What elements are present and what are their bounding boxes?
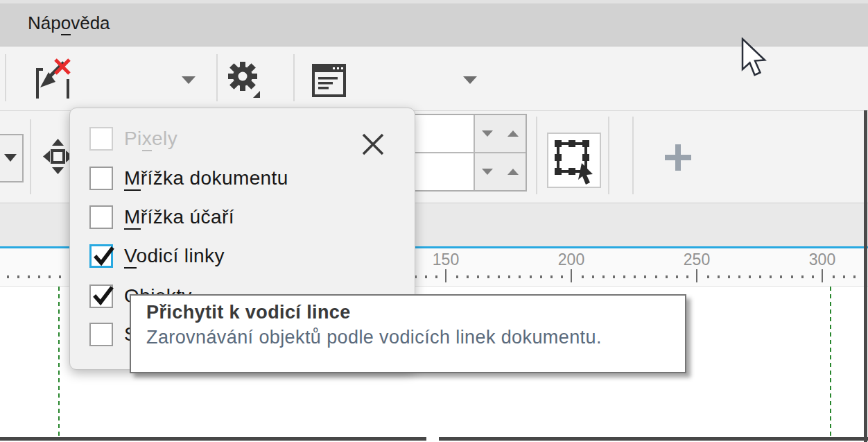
ruler-minor-tick bbox=[17, 275, 19, 278]
window-right-edge bbox=[864, 110, 867, 442]
ruler-minor-tick bbox=[28, 275, 30, 278]
ruler-major-tick bbox=[571, 269, 572, 282]
ruler-minor-tick bbox=[791, 275, 793, 278]
ruler-minor-tick bbox=[425, 275, 427, 278]
ruler-minor-tick bbox=[759, 275, 761, 278]
checkbox-unchecked[interactable] bbox=[89, 323, 113, 346]
checkmark-icon bbox=[90, 243, 118, 271]
snap-menu-item-label: Mřížka dokumentu bbox=[124, 167, 288, 192]
checkbox-checked[interactable] bbox=[89, 244, 113, 268]
ruler-minor-tick bbox=[676, 275, 678, 278]
combo-dropdown-button[interactable] bbox=[0, 134, 24, 182]
guideline-vertical[interactable] bbox=[830, 287, 831, 438]
ruler-minor-tick bbox=[843, 275, 845, 278]
ruler-minor-tick bbox=[728, 275, 730, 278]
ruler-minor-tick bbox=[613, 275, 615, 278]
menu-napoveda[interactable]: Nápověda bbox=[28, 0, 110, 46]
ruler-minor-tick bbox=[780, 275, 782, 278]
chevron-down-icon bbox=[4, 154, 17, 162]
app-window: Nápověda Přichytit bbox=[0, 0, 868, 442]
ruler-minor-tick bbox=[519, 275, 521, 278]
separator bbox=[293, 54, 295, 101]
separator bbox=[30, 119, 31, 194]
page-edge-line bbox=[0, 437, 426, 441]
ruler-label: 300 bbox=[809, 250, 835, 269]
ruler-minor-tick bbox=[634, 275, 636, 278]
snap-off-icon bbox=[33, 56, 73, 99]
mouse-cursor bbox=[740, 37, 772, 82]
tooltip: Přichytit k vodicí lince Zarovnávání obj… bbox=[130, 294, 686, 373]
separator bbox=[608, 117, 609, 194]
guideline-vertical[interactable] bbox=[58, 287, 60, 438]
ruler-minor-tick bbox=[707, 275, 709, 278]
plus-icon bbox=[660, 139, 696, 176]
separator bbox=[5, 54, 6, 101]
ruler-minor-tick bbox=[770, 275, 772, 278]
ruler-minor-tick bbox=[582, 275, 584, 278]
ruler-minor-tick bbox=[550, 275, 553, 278]
ruler-minor-tick bbox=[592, 275, 594, 278]
ruler-minor-tick bbox=[59, 275, 61, 278]
ruler-major-tick bbox=[696, 269, 697, 282]
close-button[interactable] bbox=[358, 129, 388, 160]
spinner-row bbox=[415, 153, 526, 190]
ruler-label: 250 bbox=[684, 250, 710, 269]
toolbar: Přichytit bbox=[0, 46, 868, 110]
decrement-icon[interactable] bbox=[482, 130, 493, 137]
run-dialog-button[interactable] bbox=[312, 63, 347, 98]
disable-snapping-button[interactable] bbox=[33, 56, 73, 99]
ruler-minor-tick bbox=[49, 275, 51, 278]
ruler-minor-tick bbox=[435, 275, 437, 278]
snap-options-button[interactable] bbox=[227, 59, 261, 99]
page-edge-line bbox=[439, 437, 868, 441]
ruler-minor-tick bbox=[540, 275, 542, 278]
pick-selection-icon bbox=[553, 138, 601, 188]
checkbox-unchecked[interactable] bbox=[89, 167, 113, 190]
window-icon bbox=[312, 63, 347, 98]
ruler-minor-tick bbox=[456, 275, 458, 278]
tooltip-title: Přichytit k vodicí lince bbox=[146, 302, 351, 323]
separator bbox=[216, 54, 218, 101]
separator bbox=[632, 117, 634, 194]
decrement-icon[interactable] bbox=[482, 169, 493, 175]
snap-menu-item-label: Mřížka účaří bbox=[124, 205, 234, 230]
chevron-down-icon[interactable] bbox=[463, 76, 477, 84]
ruler-minor-tick bbox=[467, 275, 469, 278]
ruler-minor-tick bbox=[718, 275, 720, 278]
ruler-label: 150 bbox=[433, 250, 459, 269]
ruler-minor-tick bbox=[508, 275, 510, 278]
checkbox-unchecked[interactable] bbox=[89, 205, 113, 229]
offset-spinners bbox=[414, 114, 527, 192]
ruler-minor-tick bbox=[666, 275, 668, 278]
ruler-minor-tick bbox=[477, 275, 479, 278]
pick-tool-toggle-button[interactable] bbox=[547, 133, 601, 188]
checkbox-checked[interactable] bbox=[89, 284, 113, 308]
ruler-minor-tick bbox=[623, 275, 625, 278]
ruler-minor-tick bbox=[686, 275, 688, 278]
ruler-minor-tick bbox=[655, 275, 657, 278]
snap-menu-item-label: Pixely bbox=[124, 127, 177, 152]
separator bbox=[536, 117, 537, 194]
ruler-minor-tick bbox=[853, 275, 856, 278]
gear-icon bbox=[227, 59, 261, 99]
value-field[interactable] bbox=[415, 115, 475, 152]
ruler-minor-tick bbox=[561, 275, 563, 278]
ruler-minor-tick bbox=[498, 275, 500, 278]
tooltip-description: Zarovnávání objektů podle vodicích linek… bbox=[146, 327, 602, 348]
increment-icon[interactable] bbox=[507, 169, 519, 175]
ruler-minor-tick bbox=[7, 275, 9, 278]
ruler-label: 200 bbox=[558, 250, 584, 269]
ruler-minor-tick bbox=[749, 275, 751, 278]
ruler-major-tick bbox=[445, 269, 446, 282]
increment-icon[interactable] bbox=[507, 130, 519, 137]
add-button[interactable] bbox=[660, 139, 696, 176]
x-icon bbox=[358, 129, 388, 160]
menubar: Nápověda bbox=[0, 0, 868, 46]
chevron-down-icon[interactable] bbox=[182, 76, 196, 84]
ruler-major-tick bbox=[822, 269, 823, 282]
ruler-minor-tick bbox=[833, 275, 835, 278]
checkmark-icon bbox=[89, 282, 117, 310]
checkbox-unchecked bbox=[89, 127, 113, 151]
value-field[interactable] bbox=[415, 153, 475, 190]
ruler-minor-tick bbox=[38, 275, 40, 278]
